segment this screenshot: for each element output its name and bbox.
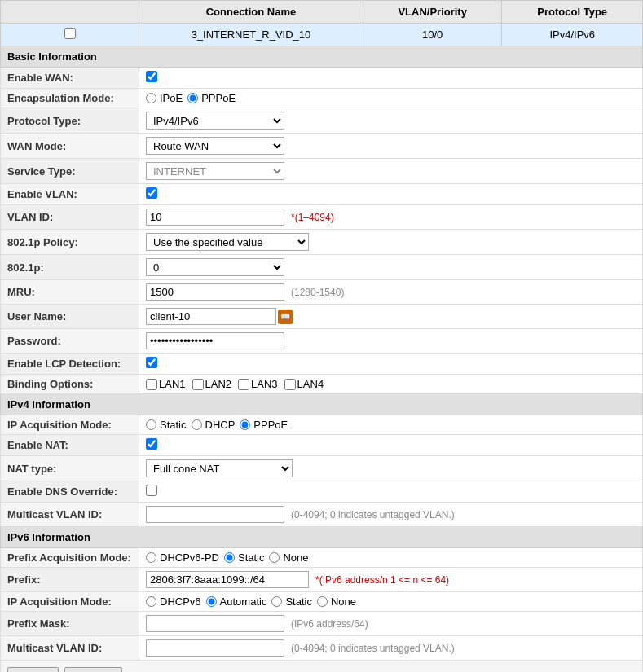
- ipv6-none-text: None: [331, 595, 356, 608]
- prefix-mask-cell: (IPv6 address/64): [139, 612, 643, 636]
- ipv6-none-radio[interactable]: [317, 596, 328, 607]
- connection-row: 3_INTERNET_R_VID_10 10/0 IPv4/IPv6: [1, 24, 643, 46]
- ipv6-multicast-row: Multicast VLAN ID: (0-4094; 0 indicates …: [1, 636, 643, 661]
- ipv4-multicast-row: Multicast VLAN ID: (0-4094; 0 indicates …: [1, 503, 643, 527]
- ipv4-static-radio[interactable]: [146, 419, 156, 430]
- vlan-id-input[interactable]: [146, 209, 284, 226]
- binding-options-row: Binding Options: LAN1 LAN2 LAN3: [1, 375, 643, 394]
- enable-dns-row: Enable DNS Override:: [1, 481, 643, 503]
- prefix-input[interactable]: [146, 571, 309, 588]
- prefix-static-radio[interactable]: [224, 552, 235, 563]
- ipv6-multicast-input[interactable]: [146, 639, 284, 657]
- lan2-checkbox[interactable]: [192, 379, 204, 390]
- lan2-label[interactable]: LAN2: [192, 378, 232, 390]
- ipv4-dhcp-label[interactable]: DHCP: [192, 419, 236, 431]
- lan2-text: LAN2: [205, 378, 232, 390]
- lan3-checkbox[interactable]: [238, 379, 249, 390]
- password-cell: [139, 329, 643, 354]
- vlan-id-label: VLAN ID:: [1, 205, 139, 230]
- prefix-dhcpv6pd-radio[interactable]: [146, 552, 156, 563]
- lan4-text: LAN4: [297, 378, 324, 390]
- enable-lcp-row: Enable LCP Detection:: [1, 354, 643, 375]
- prefix-acq-cell: DHCPv6-PD Static None: [139, 548, 643, 568]
- enable-dns-checkbox[interactable]: [146, 485, 157, 496]
- password-input[interactable]: [146, 332, 284, 349]
- ipv6-ip-acq-cell: DHCPv6 Automatic Static None: [139, 592, 643, 612]
- ipv6-dhcpv6-radio[interactable]: [146, 596, 156, 607]
- service-type-select[interactable]: INTERNET: [146, 162, 284, 180]
- policy-8021p-select[interactable]: Use the specified value Do not change Co…: [146, 233, 309, 251]
- nat-type-select[interactable]: Full cone NAT Symmetric NAT Restricted c…: [146, 459, 293, 477]
- row-checkbox-cell[interactable]: [1, 24, 139, 46]
- ipv4-multicast-input-row: (0-4094; 0 indicates untagged VLAN.): [146, 506, 636, 523]
- vlan-id-hint: *(1–4094): [291, 212, 334, 223]
- prefix-none-label[interactable]: None: [269, 551, 308, 564]
- ipv6-dhcpv6-label[interactable]: DHCPv6: [146, 595, 201, 608]
- col-protocol-type: Protocol Type: [502, 1, 643, 24]
- encap-ipoe-label[interactable]: IPoE: [146, 92, 183, 104]
- section-ipv6-title: IPv6 Information: [1, 527, 643, 548]
- enable-vlan-label: Enable VLAN:: [1, 184, 139, 205]
- ipv4-static-label[interactable]: Static: [146, 419, 187, 431]
- ipv6-multicast-hint: (0-4094; 0 indicates untagged VLAN.): [291, 643, 455, 654]
- cancel-button[interactable]: Cancel: [64, 667, 121, 672]
- protocol-type-select[interactable]: IPv4/IPv6: [146, 112, 284, 130]
- enable-nat-row: Enable NAT:: [1, 435, 643, 456]
- table-header: Connection Name VLAN/Priority Protocol T…: [1, 1, 643, 24]
- prefix-none-radio[interactable]: [269, 552, 280, 563]
- ipv4-pppoe-label[interactable]: PPPoE: [240, 419, 288, 431]
- ipv4-ip-acq-label: IP Acquisition Mode:: [1, 415, 139, 435]
- enable-lcp-checkbox[interactable]: [146, 357, 157, 368]
- prefix-dhcpv6pd-label[interactable]: DHCPv6-PD: [146, 551, 219, 564]
- apply-button[interactable]: Apply: [7, 667, 59, 672]
- section-ipv6: IPv6 Information: [1, 527, 643, 548]
- service-type-row: Service Type: INTERNET: [1, 159, 643, 184]
- prefix-cell: *(IPv6 address/n 1 <= n <= 64): [139, 568, 643, 592]
- prefix-static-label[interactable]: Static: [224, 551, 265, 564]
- enable-nat-checkbox[interactable]: [146, 438, 157, 450]
- ipv6-none-label[interactable]: None: [317, 595, 356, 608]
- ipv4-pppoe-radio[interactable]: [240, 419, 250, 430]
- enable-wan-checkbox[interactable]: [146, 71, 157, 82]
- encap-ipoe-radio[interactable]: [146, 93, 156, 103]
- ipv6-static-radio[interactable]: [271, 596, 282, 607]
- ipv6-static-label[interactable]: Static: [271, 595, 312, 608]
- ipv4-ip-acq-cell: Static DHCP PPPoE: [139, 415, 643, 435]
- book-icon[interactable]: 📖: [278, 310, 293, 324]
- ipv4-dhcp-text: DHCP: [205, 419, 236, 431]
- enable-dns-label: Enable DNS Override:: [1, 481, 139, 503]
- protocol-type-row: Protocol Type: IPv4/IPv6: [1, 108, 643, 134]
- lan3-label[interactable]: LAN3: [238, 378, 278, 390]
- lan4-checkbox[interactable]: [284, 379, 296, 390]
- row-checkbox[interactable]: [64, 28, 76, 39]
- ipv6-automatic-label[interactable]: Automatic: [206, 595, 267, 608]
- ipv6-automatic-radio[interactable]: [206, 596, 217, 607]
- mru-label: MRU:: [1, 280, 139, 305]
- enable-vlan-checkbox[interactable]: [146, 187, 157, 199]
- prefix-mask-input[interactable]: [146, 615, 284, 632]
- encap-pppoe-label[interactable]: PPPoE: [187, 92, 236, 104]
- lan1-label[interactable]: LAN1: [146, 378, 186, 390]
- ipv6-static-text: Static: [285, 595, 312, 608]
- value-8021p-select[interactable]: 0: [146, 258, 284, 276]
- ipv4-dhcp-radio[interactable]: [192, 419, 202, 430]
- lan1-checkbox[interactable]: [146, 379, 157, 390]
- encap-pppoe-radio[interactable]: [187, 93, 198, 103]
- wan-mode-select[interactable]: Route WAN: [146, 137, 284, 155]
- enable-lcp-cell: [139, 354, 643, 375]
- action-cell: Apply Cancel: [1, 661, 643, 673]
- mru-input[interactable]: [146, 283, 284, 301]
- nat-type-row: NAT type: Full cone NAT Symmetric NAT Re…: [1, 456, 643, 481]
- lan4-label[interactable]: LAN4: [284, 378, 324, 390]
- ipv4-ip-acq-row: IP Acquisition Mode: Static DHCP PPPoE: [1, 415, 643, 435]
- username-row: User Name: 📖: [1, 305, 643, 329]
- ipv4-multicast-input[interactable]: [146, 506, 284, 523]
- username-input-group: 📖: [146, 308, 636, 325]
- ipv6-multicast-cell: (0-4094; 0 indicates untagged VLAN.): [139, 636, 643, 661]
- mru-hint: (1280-1540): [291, 287, 344, 298]
- enable-dns-cell: [139, 481, 643, 503]
- ipv6-ip-acq-label: IP Acquisition Mode:: [1, 592, 139, 612]
- password-label: Password:: [1, 329, 139, 354]
- encapsulation-mode-label: Encapsulation Mode:: [1, 89, 139, 108]
- username-input[interactable]: [146, 308, 276, 325]
